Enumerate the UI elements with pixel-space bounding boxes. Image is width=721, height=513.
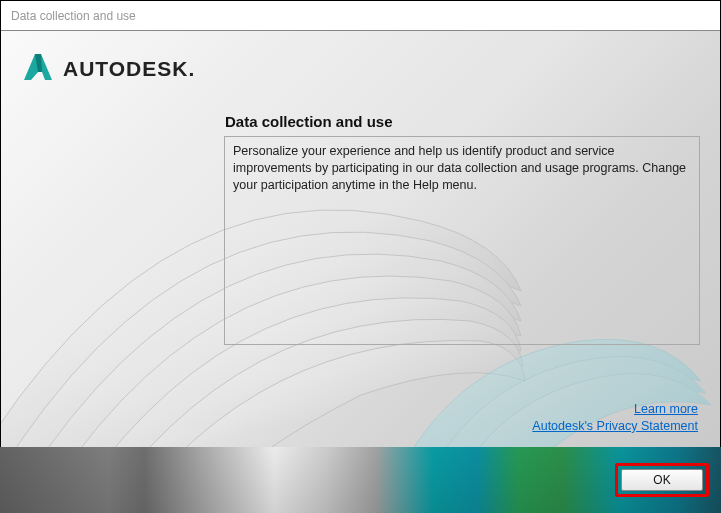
footer-overlay <box>0 447 721 513</box>
footer-bar: OK <box>0 447 721 513</box>
brand-logo: AUTODESK. <box>23 53 195 85</box>
description-box: Personalize your experience and help us … <box>224 136 700 345</box>
autodesk-logo-icon <box>23 53 53 85</box>
content-area: AUTODESK. Data collection and use Person… <box>1 31 720 447</box>
link-group: Learn more Autodesk's Privacy Statement <box>532 401 698 435</box>
privacy-statement-link[interactable]: Autodesk's Privacy Statement <box>532 418 698 435</box>
titlebar: Data collection and use <box>1 1 720 31</box>
ok-button-highlight: OK <box>615 463 709 497</box>
page-heading: Data collection and use <box>225 113 393 130</box>
description-text: Personalize your experience and help us … <box>233 144 686 192</box>
brand-name: AUTODESK. <box>63 57 195 81</box>
learn-more-link[interactable]: Learn more <box>634 401 698 418</box>
window-title: Data collection and use <box>11 9 136 23</box>
ok-button[interactable]: OK <box>621 469 703 491</box>
